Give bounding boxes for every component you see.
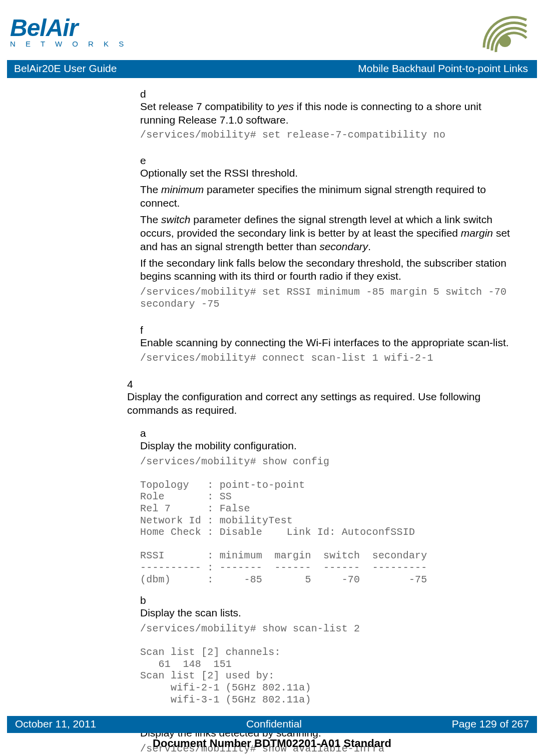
logo-text-sub: N E T W O R K S — [10, 40, 128, 48]
step-marker: 4 — [127, 378, 140, 390]
step-marker: a — [140, 427, 153, 439]
text: The — [140, 214, 161, 225]
text: parameter defines the signal strength le… — [140, 214, 492, 239]
brand-logo: BelAir N E T W O R K S — [10, 17, 128, 48]
text: If the secondary link falls below the se… — [140, 257, 514, 284]
step-4b: b Display the scan lists. /services/mobi… — [140, 594, 529, 711]
text: Display the mobility configuration. — [140, 439, 514, 453]
param-secondary: secondary — [319, 241, 368, 252]
step-marker: f — [140, 324, 153, 336]
text: Display the scan lists. — [140, 606, 514, 620]
footer-confidential: Confidential — [246, 718, 302, 730]
code-block: /services/mobility# connect scan-list 1 … — [140, 352, 514, 364]
document-number: Document Number BDTM02201-A01 Standard — [0, 737, 544, 750]
step-marker: b — [140, 594, 153, 606]
text: Enable scanning by connecting the Wi-Fi … — [140, 336, 514, 350]
code-block: /services/mobility# show config Topology… — [140, 456, 514, 586]
text: Display the configuration and correct an… — [127, 390, 514, 417]
logo-text-main: BelAir — [10, 17, 78, 39]
param-margin: margin — [461, 227, 493, 239]
page-header: BelAir N E T W O R K S — [0, 0, 544, 60]
step-d: d Set release 7 compatibility to yes if … — [140, 88, 529, 147]
text: . — [368, 241, 371, 252]
code-block: /services/mobility# set RSSI minimum -85… — [140, 286, 514, 310]
step-f: f Enable scanning by connecting the Wi-F… — [140, 324, 529, 370]
param-switch: switch — [161, 214, 190, 225]
title-bar: BelAir20E User Guide Mobile Backhaul Poi… — [7, 60, 537, 78]
svg-point-0 — [499, 35, 511, 47]
param-minimum: minimum — [161, 184, 204, 195]
code-block: /services/mobility# set release-7-compat… — [140, 129, 514, 141]
footer-page: Page 129 of 267 — [452, 718, 529, 730]
footer-bar: October 11, 2011 Confidential Page 129 o… — [7, 716, 537, 733]
text: The — [140, 184, 161, 195]
footer-date: October 11, 2011 — [15, 718, 96, 730]
section-title: Mobile Backhaul Point-to-point Links — [358, 63, 528, 75]
code-block: /services/mobility# show scan-list 2 Sca… — [140, 623, 514, 705]
guide-title: BelAir20E User Guide — [14, 63, 117, 75]
step-4: 4 Display the configuration and correct … — [127, 378, 529, 420]
page-content: d Set release 7 compatibility to yes if … — [0, 78, 544, 756]
step-4a: a Display the mobility configuration. /s… — [140, 427, 529, 591]
param-yes: yes — [277, 101, 294, 112]
step-title: Optionally set the RSSI threshold. — [140, 167, 514, 180]
text: Set release 7 compatibility to — [140, 101, 277, 112]
step-e: e Optionally set the RSSI threshold. The… — [140, 155, 529, 316]
step-marker: e — [140, 155, 153, 167]
step-marker: d — [140, 88, 153, 100]
swirl-icon — [469, 10, 529, 55]
